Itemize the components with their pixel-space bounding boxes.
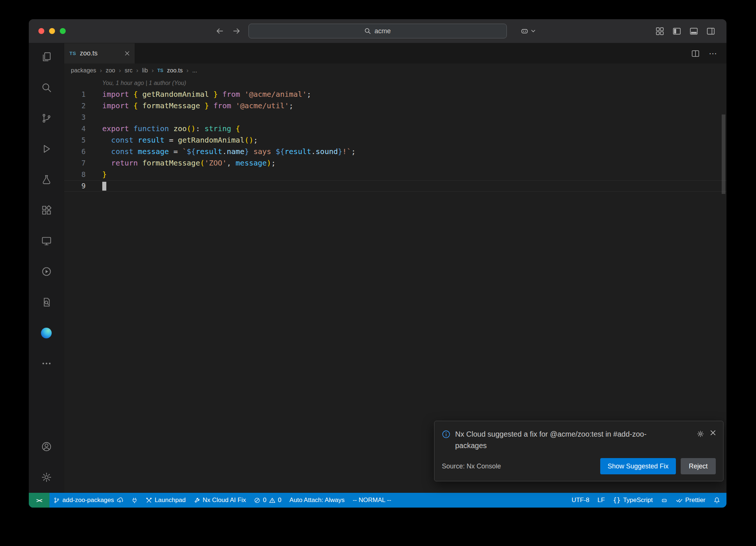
notification-toast: Nx Cloud suggested a fix for @acme/zoo:t… [434, 421, 724, 481]
braces-icon: {} [613, 496, 620, 504]
chevron-down-icon [531, 30, 535, 33]
line-number[interactable]: 9 [64, 180, 102, 192]
line-number[interactable]: 1 [64, 89, 102, 100]
editor-cursor [102, 182, 106, 191]
breadcrumb-item[interactable]: packages [71, 67, 96, 74]
breadcrumb-item[interactable]: zoo [106, 67, 115, 74]
toggle-sidebar-left-icon[interactable] [672, 27, 681, 36]
show-suggested-fix-button[interactable]: Show Suggested Fix [600, 458, 676, 474]
auto-attach-label: Auto Attach: Always [289, 496, 344, 504]
breadcrumb-separator: › [119, 67, 121, 74]
nx-cloud-ai-fix-status[interactable]: Nx Cloud AI Fix [190, 493, 250, 508]
status-bar: >< add-zoo-packages Launchpad Nx Cloud A… [29, 493, 726, 508]
prettier-status[interactable]: Prettier [672, 493, 709, 508]
toggle-panel-bottom-icon[interactable] [689, 27, 698, 36]
notification-close-icon[interactable] [710, 430, 716, 436]
activity-bar [29, 43, 64, 493]
more-editor-actions-icon[interactable]: ⋯ [709, 49, 717, 58]
explorer-icon[interactable] [38, 48, 55, 66]
problems-status[interactable]: 0 0 [250, 493, 285, 508]
run-debug-icon[interactable] [38, 140, 55, 158]
code-line[interactable]: 4export function zoo(): string { [64, 123, 726, 134]
line-number[interactable]: 5 [64, 134, 102, 146]
code-line[interactable]: 5 const result = getRandomAnimal(); [64, 134, 726, 146]
breadcrumb-overflow[interactable]: ... [192, 67, 197, 74]
zoom-window-button[interactable] [60, 28, 66, 34]
error-icon [254, 497, 260, 504]
reject-button[interactable]: Reject [681, 458, 716, 474]
split-editor-icon[interactable] [691, 49, 700, 58]
search-value: acme [374, 27, 391, 35]
code-line[interactable]: 3 [64, 112, 726, 123]
code-line[interactable]: 6 const message = `${result.name} says $… [64, 146, 726, 157]
line-number[interactable]: 3 [64, 112, 102, 123]
vim-mode-label: -- NORMAL -- [353, 496, 391, 504]
copilot-status[interactable] [657, 493, 672, 508]
git-blame-annotation: You, 1 hour ago | 1 author (You) [64, 78, 726, 89]
eol-status[interactable]: LF [594, 493, 609, 508]
language-label: TypeScript [623, 496, 653, 504]
remote-indicator[interactable]: >< [29, 493, 49, 508]
code-line[interactable]: 9 [64, 180, 726, 192]
vim-mode-status[interactable]: -- NORMAL -- [348, 493, 395, 508]
line-number[interactable]: 7 [64, 157, 102, 169]
code-lines[interactable]: 1import { getRandomAnimal } from '@acme/… [64, 89, 726, 192]
notification-message: Nx Cloud suggested a fix for @acme/zoo:t… [455, 429, 673, 451]
command-center-search[interactable]: acme [248, 24, 507, 38]
toggle-sidebar-right-icon[interactable] [706, 27, 715, 36]
notifications-bell-status[interactable] [709, 493, 724, 508]
history-nav [215, 19, 241, 43]
layout-controls [655, 19, 715, 43]
breadcrumb-file[interactable]: zoo.ts [167, 67, 183, 74]
more-actions-icon[interactable] [38, 355, 55, 372]
error-count: 0 [263, 496, 266, 504]
breadcrumb-item[interactable]: lib [142, 67, 148, 74]
edge-browser-icon[interactable] [38, 324, 55, 342]
line-number[interactable]: 6 [64, 146, 102, 157]
breadcrumb: packages› zoo› src› lib› TS zoo.ts› ... [64, 64, 726, 78]
line-number[interactable]: 8 [64, 169, 102, 180]
code-line[interactable]: 2import { formatMessage } from '@acme/ut… [64, 100, 726, 112]
traffic-lights [38, 19, 66, 43]
notification-settings-gear-icon[interactable] [697, 430, 704, 438]
search-sidebar-icon[interactable] [38, 79, 55, 96]
encoding-status[interactable]: UTF-8 [567, 493, 593, 508]
remote-icon: >< [36, 497, 42, 504]
vscode-window: acme [29, 19, 726, 508]
code-line[interactable]: 8} [64, 169, 726, 180]
settings-gear-icon[interactable] [38, 468, 55, 486]
line-number[interactable]: 2 [64, 100, 102, 112]
tab-close-icon[interactable] [125, 51, 130, 56]
auto-attach-status[interactable]: Auto Attach: Always [285, 493, 348, 508]
extensions-icon[interactable] [38, 201, 55, 219]
breadcrumb-separator: › [186, 67, 189, 74]
code-line[interactable]: 1import { getRandomAnimal } from '@acme/… [64, 89, 726, 100]
code-search-icon[interactable] [38, 293, 55, 311]
editor-actions: ⋯ [691, 43, 726, 64]
editor-scrollbar[interactable] [722, 115, 725, 194]
back-arrow-icon[interactable] [215, 27, 224, 35]
minimize-window-button[interactable] [49, 28, 55, 34]
close-window-button[interactable] [38, 28, 44, 34]
bell-icon [714, 497, 720, 504]
prettier-label: Prettier [685, 496, 705, 504]
customize-layout-icon[interactable] [655, 27, 664, 36]
testing-icon[interactable] [38, 171, 55, 188]
tab-label: zoo.ts [80, 50, 97, 57]
remote-explorer-icon[interactable] [38, 232, 55, 250]
language-mode-status[interactable]: {} TypeScript [609, 493, 657, 508]
cloud-upload-icon [117, 497, 123, 504]
nx-console-icon[interactable] [38, 263, 55, 280]
breadcrumb-item[interactable]: src [125, 67, 133, 74]
copilot-menu[interactable] [520, 19, 535, 43]
tab-zoo-ts[interactable]: TS zoo.ts [64, 43, 135, 64]
account-icon[interactable] [38, 438, 55, 455]
ports-status[interactable] [127, 493, 142, 508]
line-number[interactable]: 4 [64, 123, 102, 134]
code-line[interactable]: 7 return formatMessage('ZOO', message); [64, 157, 726, 169]
forward-arrow-icon[interactable] [232, 27, 241, 35]
git-branch-status[interactable]: add-zoo-packages [49, 493, 127, 508]
source-control-icon[interactable] [38, 109, 55, 127]
search-icon [364, 28, 371, 34]
launchpad-status[interactable]: Launchpad [142, 493, 190, 508]
